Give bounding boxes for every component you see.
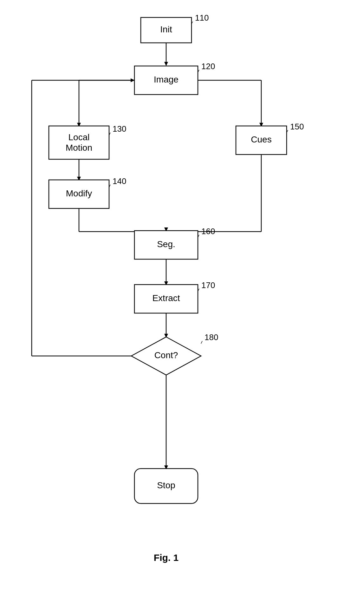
cues-ref: 150 xyxy=(290,122,304,131)
local-motion-label-line1: Local xyxy=(68,132,90,142)
stop-label: Stop xyxy=(157,480,175,490)
figure-label: Fig. 1 xyxy=(154,552,179,563)
image-label: Image xyxy=(154,75,179,84)
cont-label: Cont? xyxy=(154,350,178,360)
cont-ref: 180 xyxy=(205,332,218,342)
seg-ref: 160 xyxy=(201,227,215,236)
image-ref: 120 xyxy=(201,62,215,71)
svg-marker-2 xyxy=(164,62,168,66)
extract-ref: 170 xyxy=(201,280,215,290)
local-motion-ref: 130 xyxy=(113,124,126,134)
svg-line-27 xyxy=(201,341,202,344)
extract-label: Extract xyxy=(152,293,180,303)
modify-label: Modify xyxy=(66,188,92,198)
modify-ref: 140 xyxy=(113,176,126,186)
local-motion-label-line2: Motion xyxy=(66,143,92,153)
cues-label: Cues xyxy=(251,135,271,144)
seg-label: Seg. xyxy=(157,239,175,249)
init-ref: 110 xyxy=(195,13,209,23)
flowchart-diagram: Init 110 Image 120 Local Motion 130 Cues xyxy=(0,0,364,592)
init-label: Init xyxy=(160,24,172,34)
